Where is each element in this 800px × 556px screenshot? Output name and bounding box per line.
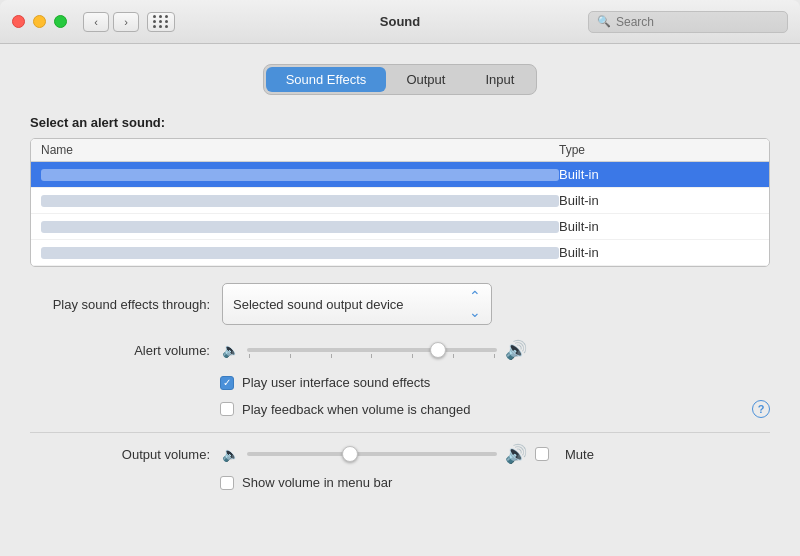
table-header: Name Type (31, 139, 769, 162)
mute-checkbox[interactable] (535, 447, 549, 461)
nav-buttons: ‹ › (83, 12, 139, 32)
tab-sound-effects[interactable]: Sound Effects (266, 67, 387, 92)
output-volume-label: Output volume: (30, 447, 210, 462)
col-name-header: Name (41, 143, 559, 157)
output-volume-row: Output volume: 🔈 🔊 Mute (30, 443, 770, 465)
feedback-checkbox[interactable] (220, 402, 234, 416)
row-name-3 (41, 221, 559, 233)
sound-table: Name Type Built-in Built-in Built-in Bui… (30, 138, 770, 267)
play-through-label: Play sound effects through: (30, 297, 210, 312)
checkbox-check-icon: ✓ (223, 377, 231, 388)
output-volume-high-icon: 🔊 (505, 443, 527, 465)
alert-volume-slider[interactable] (247, 342, 497, 358)
dropdown-value: Selected sound output device (233, 297, 404, 312)
titlebar: ‹ › Sound 🔍 (0, 0, 800, 44)
main-content: Sound Effects Output Input Select an ale… (0, 44, 800, 556)
dropdown-arrow-icon: ⌃⌄ (469, 288, 481, 320)
help-button[interactable]: ? (752, 400, 770, 418)
alert-volume-row: Alert volume: 🔈 🔊 (30, 339, 770, 361)
output-volume-slider-group: 🔈 🔊 Mute (222, 443, 594, 465)
table-row[interactable]: Built-in (31, 214, 769, 240)
col-type-header: Type (559, 143, 759, 157)
feedback-checkbox-left: Play feedback when volume is changed (220, 402, 470, 417)
output-volume-slider[interactable] (247, 446, 497, 462)
minimize-button[interactable] (33, 15, 46, 28)
search-icon: 🔍 (597, 15, 611, 28)
grid-icon (153, 15, 169, 28)
divider (30, 432, 770, 433)
tabs: Sound Effects Output Input (30, 64, 770, 95)
row-type-4: Built-in (559, 245, 759, 260)
tab-group: Sound Effects Output Input (263, 64, 538, 95)
traffic-lights (12, 15, 67, 28)
output-slider-background (247, 452, 497, 456)
grid-button[interactable] (147, 12, 175, 32)
forward-button[interactable]: › (113, 12, 139, 32)
tab-output[interactable]: Output (386, 67, 465, 92)
search-box[interactable]: 🔍 (588, 11, 788, 33)
volume-high-icon: 🔊 (505, 339, 527, 361)
table-row[interactable]: Built-in (31, 240, 769, 266)
close-button[interactable] (12, 15, 25, 28)
output-volume-low-icon: 🔈 (222, 446, 239, 462)
row-name-4 (41, 247, 559, 259)
show-volume-label: Show volume in menu bar (242, 475, 392, 490)
feedback-label: Play feedback when volume is changed (242, 402, 470, 417)
alert-volume-label: Alert volume: (30, 343, 210, 358)
slider-background (247, 348, 497, 352)
row-type-3: Built-in (559, 219, 759, 234)
volume-low-icon: 🔈 (222, 342, 239, 358)
play-through-row: Play sound effects through: Selected sou… (30, 283, 770, 325)
section-label: Select an alert sound: (30, 115, 770, 130)
row-name-1 (41, 169, 559, 181)
ui-sounds-checkbox[interactable]: ✓ (220, 376, 234, 390)
ui-sounds-checkbox-row: ✓ Play user interface sound effects (30, 375, 770, 390)
tab-input[interactable]: Input (465, 67, 534, 92)
tick-marks (247, 354, 497, 358)
back-button[interactable]: ‹ (83, 12, 109, 32)
row-type-2: Built-in (559, 193, 759, 208)
feedback-checkbox-row: Play feedback when volume is changed ? (30, 400, 770, 418)
search-input[interactable] (616, 15, 779, 29)
ui-sounds-label: Play user interface sound effects (242, 375, 430, 390)
row-name-2 (41, 195, 559, 207)
window-title: Sound (380, 14, 420, 29)
play-through-dropdown[interactable]: Selected sound output device ⌃⌄ (222, 283, 492, 325)
mute-label: Mute (565, 447, 594, 462)
show-volume-checkbox[interactable] (220, 476, 234, 490)
table-row[interactable]: Built-in (31, 188, 769, 214)
show-volume-checkbox-row: Show volume in menu bar (30, 475, 770, 490)
table-row[interactable]: Built-in (31, 162, 769, 188)
alert-volume-slider-group: 🔈 🔊 (222, 339, 527, 361)
output-slider-thumb[interactable] (342, 446, 358, 462)
maximize-button[interactable] (54, 15, 67, 28)
row-type-1: Built-in (559, 167, 759, 182)
